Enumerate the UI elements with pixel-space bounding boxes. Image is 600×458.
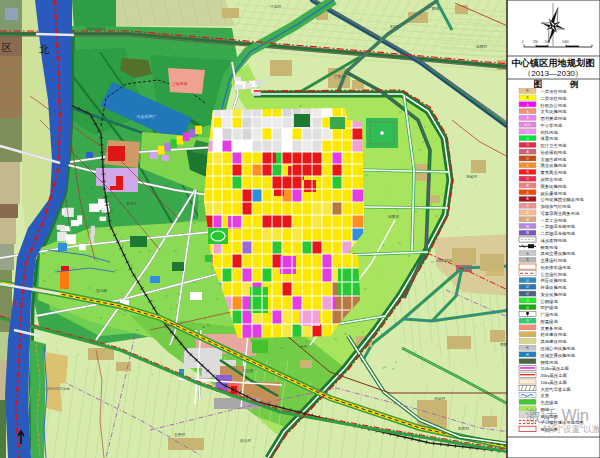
svg-text:250: 250 bbox=[533, 40, 538, 44]
svg-text:1000: 1000 bbox=[562, 40, 569, 44]
svg-text:S: S bbox=[526, 252, 528, 256]
svg-text:防护绿地: 防护绿地 bbox=[541, 305, 559, 310]
svg-text:东赵村: 东赵村 bbox=[434, 396, 446, 401]
svg-text:B: B bbox=[526, 191, 528, 195]
svg-text:赵家村: 赵家村 bbox=[476, 44, 488, 49]
svg-text:幼托用地: 幼托用地 bbox=[541, 130, 559, 135]
svg-text:三XX村XXXX基地: 三XX村XXXX基地 bbox=[44, 387, 70, 391]
svg-text:老堡子: 老堡子 bbox=[126, 201, 138, 206]
svg-text:广家镇: 广家镇 bbox=[428, 6, 440, 11]
svg-text:可兼容商业商务用地: 可兼容商业商务用地 bbox=[541, 211, 580, 216]
svg-text:加油加气站用地: 加油加气站用地 bbox=[541, 204, 572, 209]
svg-text:东岭村: 东岭村 bbox=[466, 174, 478, 179]
svg-text:B: B bbox=[526, 197, 528, 201]
svg-text:安全设施用地: 安全设施用地 bbox=[541, 292, 567, 297]
svg-text:三组老镇: 三组老镇 bbox=[172, 81, 187, 86]
svg-text:渭: 渭 bbox=[12, 300, 17, 307]
svg-text:医疗卫生用地: 医疗卫生用地 bbox=[541, 143, 567, 148]
svg-text:S322: S322 bbox=[390, 25, 398, 29]
svg-text:图: 图 bbox=[534, 79, 543, 89]
svg-text:G310(310): G310(310) bbox=[86, 26, 106, 31]
svg-text:体育用地: 体育用地 bbox=[541, 136, 559, 141]
svg-text:（2013—2030）: （2013—2030） bbox=[523, 69, 583, 78]
svg-text:中心镇区用地规划图: 中心镇区用地规划图 bbox=[512, 57, 595, 68]
svg-text:B: B bbox=[526, 164, 528, 168]
svg-text:铁路用地: 铁路用地 bbox=[540, 245, 559, 250]
svg-text:兰家堡: 兰家堡 bbox=[334, 74, 346, 79]
svg-text:联合村: 联合村 bbox=[240, 438, 252, 443]
svg-text:公园绿地: 公园绿地 bbox=[541, 299, 559, 304]
svg-text:供应设施用地: 供应设施用地 bbox=[541, 278, 567, 283]
svg-text:B: B bbox=[526, 204, 528, 208]
svg-text:五星村: 五星村 bbox=[174, 432, 186, 437]
svg-text:10kv高压走廊: 10kv高压走廊 bbox=[541, 380, 568, 385]
svg-text:W: W bbox=[526, 225, 529, 229]
svg-text:污水处理厂: 污水处理厂 bbox=[136, 114, 157, 119]
svg-text:一类工业用地: 一类工业用地 bbox=[541, 218, 567, 223]
svg-text:B: B bbox=[526, 211, 528, 215]
svg-text:一类居住用地: 一类居住用地 bbox=[541, 89, 567, 94]
svg-text:旅馆业用地: 旅馆业用地 bbox=[541, 177, 563, 182]
svg-text:生态绿地: 生态绿地 bbox=[541, 400, 559, 405]
svg-text:发展备用地: 发展备用地 bbox=[541, 326, 563, 331]
svg-text:区域公用设施用地: 区域公用设施用地 bbox=[541, 346, 576, 351]
svg-text:S: S bbox=[526, 258, 528, 262]
svg-text:新民村: 新民村 bbox=[458, 426, 470, 431]
svg-text:宝鸡峡: 宝鸡峡 bbox=[96, 288, 108, 293]
svg-text:北: 北 bbox=[39, 44, 50, 55]
svg-text:交通场站用地: 交通场站用地 bbox=[541, 257, 567, 264]
svg-text:W: W bbox=[526, 231, 529, 235]
svg-text:水系: 水系 bbox=[541, 393, 550, 398]
svg-text:区域交通设施用地: 区域交通设施用地 bbox=[541, 352, 576, 358]
svg-text:35kv高压走廊: 35kv高压走廊 bbox=[541, 373, 568, 378]
svg-text:小寨村: 小寨村 bbox=[270, 4, 282, 9]
svg-text:区: 区 bbox=[2, 42, 12, 53]
svg-text:中小学用地: 中小学用地 bbox=[541, 123, 563, 128]
svg-text:中小: 中小 bbox=[524, 122, 531, 127]
svg-text:激活 Win: 激活 Win bbox=[525, 407, 589, 424]
svg-text:例: 例 bbox=[569, 79, 579, 89]
svg-text:G310(310): G310(310) bbox=[436, 259, 453, 263]
svg-text:商务设施用地: 商务设施用地 bbox=[541, 184, 567, 189]
svg-text:图书展览用地: 图书展览用地 bbox=[541, 116, 567, 121]
svg-text:赵家庄: 赵家庄 bbox=[388, 214, 400, 219]
svg-text:其他交通设施用地: 其他交通设施用地 bbox=[541, 250, 576, 256]
svg-text:公用设施营业网点用地: 公用设施营业网点用地 bbox=[541, 197, 585, 202]
svg-text:文化设施用地: 文化设施用地 bbox=[541, 109, 567, 114]
svg-text:南村: 南村 bbox=[300, 344, 308, 349]
svg-text:二类居住用地: 二类居住用地 bbox=[541, 96, 567, 101]
svg-text:社会福利用地: 社会福利用地 bbox=[541, 150, 567, 155]
svg-text:城乡道路用地: 城乡道路用地 bbox=[540, 238, 567, 243]
svg-text:商业设施用地: 商业设施用地 bbox=[541, 163, 567, 168]
svg-text:天然气管道走廊: 天然气管道走廊 bbox=[541, 387, 572, 392]
svg-text:零售商业用地: 零售商业用地 bbox=[541, 170, 567, 175]
svg-text:B: B bbox=[526, 184, 528, 188]
svg-text:500: 500 bbox=[545, 40, 550, 44]
svg-text:娱乐康体用地: 娱乐康体用地 bbox=[541, 191, 567, 196]
svg-text:环境设施用地: 环境设施用地 bbox=[540, 285, 567, 290]
svg-text:转到"设置"以激活: 转到"设置"以激活 bbox=[543, 424, 600, 434]
svg-text:110kv高压走廊: 110kv高压走廊 bbox=[541, 366, 570, 371]
svg-text:其他建设用地: 其他建设用地 bbox=[541, 339, 567, 344]
svg-text:M: M bbox=[526, 218, 529, 222]
svg-text:B: B bbox=[526, 170, 528, 174]
svg-text:工业园: 工业园 bbox=[242, 368, 254, 373]
